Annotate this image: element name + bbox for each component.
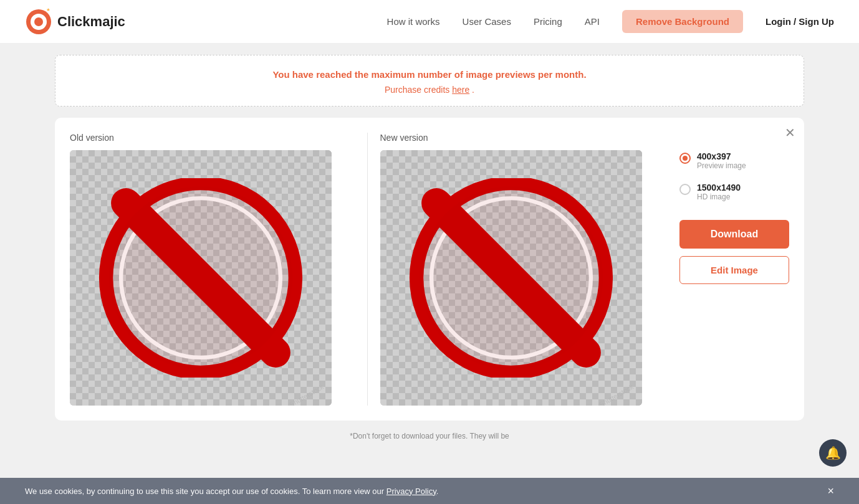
alert-title: You have reached the maximum number of i…: [68, 69, 791, 80]
alert-subtitle: Purchase credits here .: [68, 85, 791, 95]
cookie-close-button[interactable]: ×: [827, 485, 834, 497]
old-version-panel: Old version Shutterstock: [70, 133, 355, 406]
privacy-policy-link[interactable]: Privacy Policy: [386, 487, 436, 496]
old-version-image: Shutterstock: [70, 150, 332, 406]
svg-point-7: [109, 186, 292, 369]
close-button[interactable]: ✕: [785, 126, 795, 139]
nav-how-it-works[interactable]: How it works: [387, 16, 440, 27]
panel-divider: [367, 133, 368, 406]
logo-link[interactable]: Clickmajic: [25, 8, 125, 36]
nav-user-cases[interactable]: User Cases: [463, 16, 511, 27]
preview-radio[interactable]: [679, 153, 691, 164]
hd-size-value: 1500x1490: [697, 183, 741, 193]
edit-image-button[interactable]: Edit Image: [679, 256, 789, 284]
preview-size-desc: Preview image: [697, 161, 746, 170]
svg-point-2: [34, 17, 43, 26]
navbar: Clickmajic How it works User Cases Prici…: [0, 0, 859, 44]
nav-pricing[interactable]: Pricing: [534, 16, 562, 27]
logo-icon: [25, 8, 52, 36]
preview-size-option[interactable]: 400x397 Preview image: [679, 151, 789, 170]
preview-size-value: 400x397: [697, 151, 746, 161]
nav-api[interactable]: API: [585, 16, 600, 27]
bottom-note: *Don't forget to download your files. Th…: [0, 432, 859, 440]
no-entry-sign-old: [98, 178, 303, 378]
purchase-credits-link[interactable]: here: [452, 85, 469, 95]
new-version-label: New version: [380, 133, 665, 143]
hd-size-info: 1500x1490 HD image: [697, 183, 741, 201]
remove-background-button[interactable]: Remove Background: [622, 10, 743, 33]
alert-banner: You have reached the maximum number of i…: [55, 55, 804, 107]
download-panel: 400x397 Preview image 1500x1490 HD image…: [665, 133, 789, 406]
hd-size-option[interactable]: 1500x1490 HD image: [679, 183, 789, 201]
old-version-label: Old version: [70, 133, 355, 143]
cookie-text: We use cookies, by continuing to use thi…: [25, 487, 438, 496]
comparison-card: ✕ Old version Shutterstock New version: [55, 118, 804, 421]
preview-size-info: 400x397 Preview image: [697, 151, 746, 170]
nav-links: How it works User Cases Pricing API Remo…: [387, 10, 834, 33]
login-signup-button[interactable]: Login / Sign Up: [765, 16, 834, 27]
download-button[interactable]: Download: [679, 220, 789, 249]
hd-radio[interactable]: [679, 184, 691, 195]
svg-point-11: [419, 186, 602, 369]
hd-size-desc: HD image: [697, 193, 741, 201]
new-version-panel: New version Shutterstock: [380, 133, 665, 406]
logo-text: Clickmajic: [57, 14, 125, 30]
cookie-bar: We use cookies, by continuing to use thi…: [0, 478, 859, 504]
svg-marker-3: [47, 8, 50, 11]
no-entry-sign-new: [409, 178, 613, 378]
notification-bell[interactable]: 🔔: [819, 439, 847, 467]
new-version-image: Shutterstock: [380, 150, 642, 406]
